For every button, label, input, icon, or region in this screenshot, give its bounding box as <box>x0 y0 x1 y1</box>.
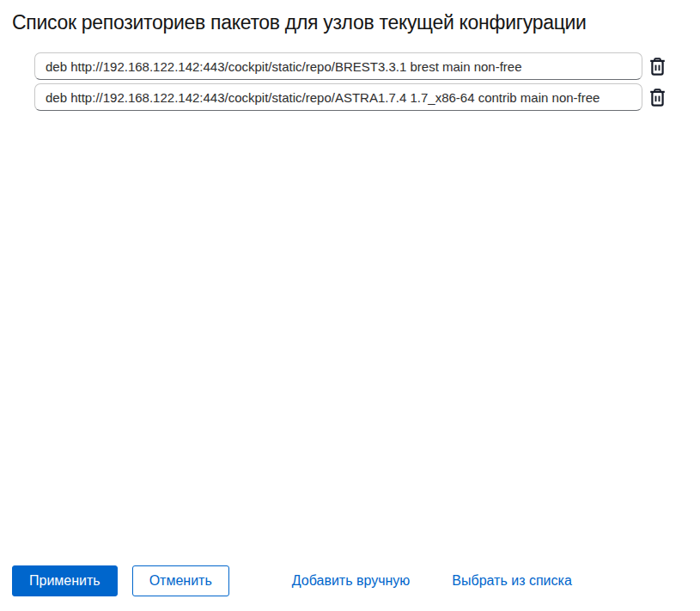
repo-row <box>34 83 667 111</box>
delete-repo-button[interactable] <box>647 55 667 77</box>
cancel-button[interactable]: Отменить <box>132 565 229 596</box>
repo-input[interactable] <box>34 83 642 111</box>
repo-config-page: Список репозиториев пакетов для узлов те… <box>0 0 700 611</box>
action-bar: Применить Отменить Добавить вручную Выбр… <box>12 565 572 596</box>
delete-repo-button[interactable] <box>647 86 667 108</box>
apply-button[interactable]: Применить <box>12 565 118 596</box>
page-title: Список репозиториев пакетов для узлов те… <box>12 11 587 34</box>
trash-icon <box>649 58 666 76</box>
repo-row <box>34 52 667 80</box>
repo-list <box>34 52 667 111</box>
trash-icon <box>649 89 666 107</box>
add-manually-link[interactable]: Добавить вручную <box>292 573 411 589</box>
repo-input[interactable] <box>34 52 642 80</box>
choose-from-list-link[interactable]: Выбрать из списка <box>452 573 571 589</box>
